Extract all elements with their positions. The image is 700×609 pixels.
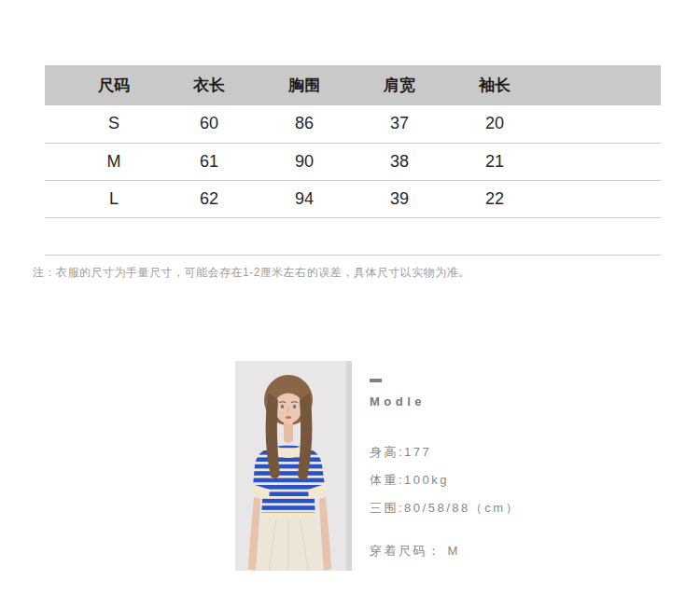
heading-dash <box>370 379 382 382</box>
table-filler-cell <box>542 143 661 180</box>
cell-sleeve: 22 <box>447 180 542 217</box>
cell-size: L <box>66 180 161 217</box>
table-row-size-m: M 61 90 38 21 <box>45 143 661 180</box>
cell-sleeve: 21 <box>447 143 542 180</box>
model-info-section: Modle 身高:177 体重:100kg 三围:80/58/88（cm） 穿着… <box>370 379 650 565</box>
section-divider <box>45 255 661 256</box>
cell-garment-length: 61 <box>161 143 257 180</box>
table-spacer-cell <box>45 143 66 180</box>
header-bust: 胸围 <box>257 65 352 105</box>
table-filler-cell <box>542 105 661 143</box>
table-spacer-cell <box>45 65 66 105</box>
model-height-line: 身高:177 <box>370 438 650 466</box>
cell-bust: 86 <box>257 105 352 143</box>
table-filler-cell <box>542 65 661 105</box>
model-photo-illustration <box>235 361 352 571</box>
cell-bust: 90 <box>257 143 352 180</box>
table-filler-cell <box>542 180 661 217</box>
header-garment-length: 衣长 <box>161 65 257 105</box>
cell-garment-length: 62 <box>161 180 257 217</box>
measurement-note: 注：衣服的尺寸为手量尺寸，可能会存在1-2厘米左右的误差，具体尺寸以实物为准。 <box>33 264 677 281</box>
table-spacer-cell <box>45 105 66 143</box>
table-spacer-cell <box>45 180 66 217</box>
cell-shoulder: 38 <box>352 143 447 180</box>
model-weight-line: 体重:100kg <box>370 466 650 494</box>
model-measurement-lines: 身高:177 体重:100kg 三围:80/58/88（cm） 穿着尺码： M <box>370 438 650 565</box>
model-photo <box>235 361 352 571</box>
cell-shoulder: 39 <box>352 180 447 217</box>
cell-garment-length: 60 <box>161 105 257 143</box>
cell-sleeve: 20 <box>447 105 542 143</box>
cell-bust: 94 <box>257 180 352 217</box>
header-sleeve: 袖长 <box>447 65 542 105</box>
product-detail-page: 尺码 衣长 胸围 肩宽 袖长 S 60 86 37 20 M 61 <box>0 0 700 609</box>
table-row-size-s: S 60 86 37 20 <box>45 105 661 143</box>
size-chart-table: 尺码 衣长 胸围 肩宽 袖长 S 60 86 37 20 M 61 <box>45 65 661 218</box>
cell-shoulder: 37 <box>352 105 447 143</box>
size-chart-header-row: 尺码 衣长 胸围 肩宽 袖长 <box>45 65 661 105</box>
header-shoulder: 肩宽 <box>352 65 447 105</box>
table-row-size-l: L 62 94 39 22 <box>45 180 661 217</box>
model-measurements-line: 三围:80/58/88（cm） <box>370 494 650 522</box>
header-size: 尺码 <box>66 65 161 105</box>
model-heading: Modle <box>370 394 650 408</box>
cell-size: M <box>66 143 161 180</box>
model-wearing-size-line: 穿着尺码： M <box>370 537 650 565</box>
cell-size: S <box>66 105 161 143</box>
